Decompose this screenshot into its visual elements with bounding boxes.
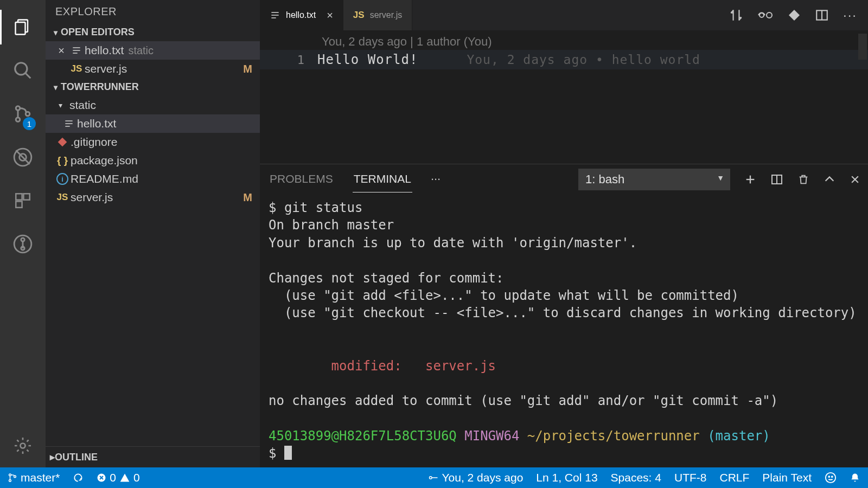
file-row[interactable]: hello.txt [46, 114, 260, 133]
activity-debug[interactable] [0, 136, 46, 179]
new-terminal-icon[interactable] [744, 174, 756, 185]
diamond-icon[interactable] [788, 9, 801, 22]
status-language[interactable]: Plain Text [762, 471, 812, 484]
activity-source-control[interactable]: 1 [0, 92, 46, 136]
activity-explorer[interactable] [0, 5, 46, 49]
minimap[interactable] [858, 34, 867, 60]
folder-name: static [69, 99, 96, 112]
editor-actions: ··· [729, 0, 868, 30]
scm-badge: 1 [23, 117, 36, 130]
activity-search[interactable] [0, 49, 46, 92]
inline-blame: You, 2 days ago • hello world [467, 53, 700, 67]
panel-tabs: PROBLEMS TERMINAL ··· 1: bash [260, 164, 868, 194]
file-row[interactable]: { } package.json [46, 151, 260, 170]
codelens[interactable]: You, 2 days ago | 1 author (You) [260, 30, 868, 50]
toggle-view-icon[interactable] [757, 9, 774, 21]
svg-point-47 [832, 476, 833, 477]
status-blame[interactable]: You, 2 days ago [429, 471, 523, 484]
chevron-down-icon: ▾ [50, 83, 61, 92]
close-icon[interactable]: × [54, 44, 68, 57]
status-branch[interactable]: master* [8, 471, 60, 484]
tab-label: hello.txt [286, 10, 316, 20]
file-row[interactable]: JS server.js M [46, 188, 260, 207]
file-lines-icon [61, 118, 77, 129]
term-prompt-branch: (master) [700, 428, 770, 444]
status-notifications-icon[interactable] [850, 472, 860, 483]
file-row[interactable]: i README.md [46, 170, 260, 188]
js-file-icon: JS [353, 10, 365, 21]
outline-header[interactable]: ▸ OUTLINE [46, 446, 260, 467]
status-problems[interactable]: 0 0 [97, 471, 139, 484]
status-eol[interactable]: CRLF [719, 471, 749, 484]
branch-name: master* [21, 471, 60, 484]
js-file-icon: JS [54, 192, 71, 203]
split-editor-icon[interactable] [815, 8, 829, 22]
editor-tab[interactable]: hello.txt × [260, 0, 343, 30]
file-name: server.js [71, 191, 113, 204]
svg-point-28 [767, 12, 772, 18]
compare-icon[interactable] [729, 8, 743, 22]
term-line: Changes not staged for commit: [269, 271, 503, 286]
file-name: hello.txt [85, 44, 124, 57]
code-line[interactable]: 1 Hello World! You, 2 days ago • hello w… [260, 50, 868, 69]
svg-rect-11 [23, 194, 29, 200]
terminal-output[interactable]: $ git status On branch master Your branc… [260, 194, 868, 467]
terminal-cursor [284, 446, 292, 460]
svg-point-46 [828, 476, 829, 477]
terminal-select[interactable]: 1: bash [578, 169, 730, 190]
panel: PROBLEMS TERMINAL ··· 1: bash [260, 164, 868, 467]
editor-body[interactable]: You, 2 days ago | 1 author (You) 1 Hello… [260, 30, 868, 467]
activity-extensions[interactable] [0, 179, 46, 222]
term-line: modified: server.js [269, 358, 496, 374]
status-cursor-position[interactable]: Ln 1, Col 13 [536, 471, 597, 484]
panel-tab-problems[interactable]: PROBLEMS [269, 166, 334, 192]
term-line: $ git status [269, 200, 362, 215]
workspace-header[interactable]: ▾ TOWERRUNNER [46, 78, 260, 96]
outline-label: OUTLINE [55, 452, 98, 463]
error-count: 0 [110, 471, 116, 484]
sidebar-title: EXPLORER [46, 0, 260, 23]
open-editor-item[interactable]: × hello.txt static [46, 41, 260, 60]
panel-tab-terminal[interactable]: TERMINAL [353, 166, 412, 192]
svg-point-16 [21, 247, 24, 250]
git-file-icon [54, 137, 71, 147]
close-icon[interactable]: × [327, 9, 333, 22]
status-sync[interactable] [73, 472, 84, 483]
svg-point-39 [14, 476, 16, 478]
status-feedback-icon[interactable] [825, 472, 837, 484]
svg-line-3 [25, 73, 31, 79]
workspace-name: TOWERRUNNER [61, 81, 139, 93]
term-line: (use "git checkout -- <file>..." to disc… [269, 305, 857, 320]
svg-rect-1 [16, 22, 25, 35]
svg-point-38 [9, 479, 11, 481]
folder-row[interactable]: ▾ static [46, 96, 260, 114]
tab-bar: hello.txt × JS server.js [260, 0, 868, 30]
open-editor-item[interactable]: JS server.js M [46, 60, 260, 78]
line-number: 1 [260, 53, 317, 67]
file-name: server.js [85, 62, 127, 75]
open-editors-header[interactable]: ▾ OPEN EDITORS [46, 23, 260, 41]
maximize-panel-icon[interactable] [824, 174, 835, 185]
activity-settings[interactable] [0, 424, 46, 467]
trash-icon[interactable] [797, 174, 809, 185]
close-panel-icon[interactable] [850, 174, 860, 185]
status-bar: master* 0 0 You, 2 days ago Ln 1, Col 13… [0, 467, 868, 488]
file-name: README.md [71, 172, 138, 185]
status-encoding[interactable]: UTF-8 [674, 471, 707, 484]
editor-region: hello.txt × JS server.js [260, 0, 868, 467]
term-line: no changes added to commit (use "git add… [269, 393, 778, 408]
term-line: On branch master [269, 217, 394, 233]
split-terminal-icon[interactable] [770, 173, 783, 186]
file-path-hint: static [128, 44, 154, 57]
term-line: Your branch is up to date with 'origin/m… [269, 235, 637, 251]
file-name: hello.txt [77, 117, 116, 130]
more-icon[interactable]: ··· [431, 172, 441, 186]
status-indent[interactable]: Spaces: 4 [611, 471, 661, 484]
term-prompt-user: 45013899@H826F7L58CT3U6Q [269, 428, 457, 444]
more-icon[interactable]: ··· [843, 8, 857, 23]
file-row[interactable]: .gitignore [46, 133, 260, 151]
svg-point-5 [16, 118, 20, 122]
activity-gitlens[interactable] [0, 222, 46, 266]
editor-tab[interactable]: JS server.js [343, 0, 412, 30]
status-blame-text: You, 2 days ago [442, 471, 523, 484]
